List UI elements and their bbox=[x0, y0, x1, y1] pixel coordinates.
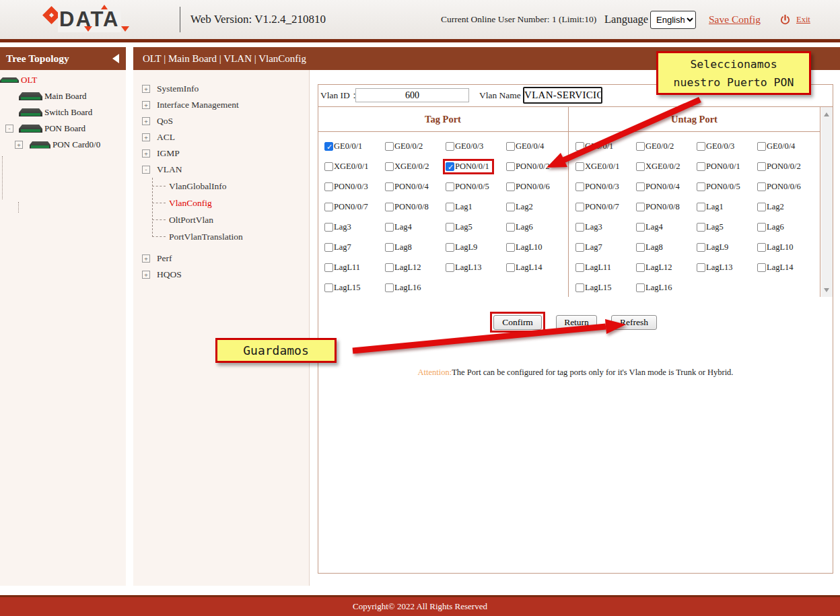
tag-checkbox-lagl10[interactable] bbox=[506, 243, 515, 252]
scroll-up-icon[interactable] bbox=[821, 108, 833, 119]
untag-checkbox-lag1[interactable] bbox=[697, 203, 705, 211]
untag-checkbox-pon0-0-6[interactable] bbox=[757, 182, 766, 191]
nav-subitem-portvlantranslation[interactable]: PortVlanTranslation bbox=[133, 228, 309, 245]
scroll-down-icon[interactable] bbox=[821, 285, 833, 296]
nav-item-qos[interactable]: +QoS bbox=[133, 113, 309, 129]
vlan-id-input[interactable] bbox=[355, 88, 469, 102]
untag-checkbox-lagl15[interactable] bbox=[575, 283, 584, 292]
tree-item-pon-board[interactable]: -PON Board bbox=[0, 121, 126, 137]
tag-checkbox-pon0-0-1[interactable] bbox=[446, 162, 454, 171]
tree-item-switch-board[interactable]: Switch Board bbox=[0, 104, 126, 121]
tag-checkbox-lag8[interactable] bbox=[385, 243, 394, 252]
nav-item-acl[interactable]: +ACL bbox=[133, 129, 309, 145]
expand-icon[interactable]: + bbox=[142, 149, 150, 158]
untag-checkbox-ge0-0-1[interactable] bbox=[575, 142, 584, 151]
exit-link[interactable]: Exit bbox=[796, 0, 810, 39]
nav-item-systeminfo[interactable]: +SystemInfo bbox=[133, 81, 309, 97]
tag-checkbox-pon0-0-2[interactable] bbox=[506, 162, 515, 171]
tree-item-main-board[interactable]: Main Board bbox=[0, 88, 126, 104]
language-select[interactable]: English bbox=[650, 11, 696, 29]
tag-checkbox-xge0-0-2[interactable] bbox=[385, 162, 394, 171]
tag-checkbox-ge0-0-3[interactable] bbox=[446, 142, 454, 151]
expand-icon[interactable]: + bbox=[15, 141, 23, 149]
nav-item-hqos[interactable]: +HQOS bbox=[133, 267, 309, 283]
expand-icon[interactable]: + bbox=[142, 101, 150, 109]
tag-checkbox-pon0-0-7[interactable] bbox=[324, 203, 333, 211]
tag-checkbox-lag5[interactable] bbox=[446, 223, 454, 232]
untag-checkbox-lag3[interactable] bbox=[575, 223, 584, 232]
expand-icon[interactable]: + bbox=[142, 85, 150, 93]
untag-checkbox-lagl16[interactable] bbox=[636, 283, 645, 292]
untag-checkbox-pon0-0-2[interactable] bbox=[757, 162, 766, 171]
untag-checkbox-xge0-0-2[interactable] bbox=[636, 162, 645, 171]
untag-checkbox-pon0-0-4[interactable] bbox=[636, 182, 645, 191]
untag-checkbox-lag4[interactable] bbox=[636, 223, 645, 232]
untag-checkbox-lagl10[interactable] bbox=[757, 243, 766, 252]
tag-checkbox-pon0-0-6[interactable] bbox=[506, 182, 515, 191]
tag-checkbox-ge0-0-1[interactable] bbox=[324, 142, 333, 151]
tag-checkbox-lag7[interactable] bbox=[324, 243, 333, 252]
tag-checkbox-xge0-0-1[interactable] bbox=[324, 162, 333, 171]
untag-checkbox-lagl14[interactable] bbox=[757, 263, 766, 272]
untag-checkbox-lagl9[interactable] bbox=[697, 243, 705, 252]
untag-checkbox-pon0-0-3[interactable] bbox=[575, 182, 584, 191]
collapse-icon[interactable]: - bbox=[142, 166, 150, 174]
sidebar-collapse-icon[interactable] bbox=[112, 54, 119, 63]
tag-checkbox-ge0-0-4[interactable] bbox=[506, 142, 515, 151]
refresh-button[interactable]: Refresh bbox=[611, 315, 657, 330]
tag-checkbox-lagl16[interactable] bbox=[385, 283, 394, 292]
port-table-scrollbar[interactable] bbox=[821, 107, 833, 297]
tag-checkbox-ge0-0-2[interactable] bbox=[385, 142, 394, 151]
tag-checkbox-lag2[interactable] bbox=[506, 203, 515, 211]
nav-subitem-vlanconfig[interactable]: VlanConfig bbox=[133, 195, 309, 211]
collapse-icon[interactable]: - bbox=[5, 125, 13, 133]
tag-checkbox-lag6[interactable] bbox=[506, 223, 515, 232]
nav-subitem-oltportvlan[interactable]: OltPortVlan bbox=[133, 211, 309, 228]
tree-item-olt[interactable]: OLT bbox=[0, 72, 126, 88]
expand-icon[interactable]: + bbox=[142, 254, 150, 263]
tag-checkbox-lag1[interactable] bbox=[446, 203, 454, 211]
expand-icon[interactable]: + bbox=[142, 133, 150, 141]
tag-checkbox-lagl12[interactable] bbox=[385, 263, 394, 272]
tree-item-pon-card0-0[interactable]: +PON Card0/0 bbox=[0, 137, 126, 153]
tag-checkbox-lag3[interactable] bbox=[324, 223, 333, 232]
untag-checkbox-lagl11[interactable] bbox=[575, 263, 584, 272]
expand-icon[interactable]: + bbox=[142, 271, 150, 279]
nav-item-vlan[interactable]: -VLAN bbox=[133, 162, 309, 178]
nav-item-interface-management[interactable]: +Interface Management bbox=[133, 97, 309, 113]
nav-item-perf[interactable]: +Perf bbox=[133, 250, 309, 267]
nav-subitem-vlanglobalinfo[interactable]: VlanGlobalInfo bbox=[133, 178, 309, 195]
save-config-link[interactable]: Save Config bbox=[709, 0, 761, 39]
untag-checkbox-ge0-0-2[interactable] bbox=[636, 142, 645, 151]
tag-checkbox-lagl9[interactable] bbox=[446, 243, 454, 252]
untag-checkbox-lag8[interactable] bbox=[636, 243, 645, 252]
tag-checkbox-pon0-0-4[interactable] bbox=[385, 182, 394, 191]
nav-item-igmp[interactable]: +IGMP bbox=[133, 145, 309, 162]
untag-checkbox-pon0-0-1[interactable] bbox=[697, 162, 705, 171]
untag-checkbox-ge0-0-4[interactable] bbox=[757, 142, 766, 151]
tag-checkbox-pon0-0-8[interactable] bbox=[385, 203, 394, 211]
power-icon[interactable] bbox=[779, 14, 791, 26]
tag-checkbox-pon0-0-5[interactable] bbox=[446, 182, 454, 191]
vlan-name-input[interactable] bbox=[523, 87, 602, 104]
tag-checkbox-pon0-0-3[interactable] bbox=[324, 182, 333, 191]
untag-checkbox-ge0-0-3[interactable] bbox=[697, 142, 705, 151]
untag-checkbox-lagl12[interactable] bbox=[636, 263, 645, 272]
untag-checkbox-pon0-0-7[interactable] bbox=[575, 203, 584, 211]
untag-checkbox-lag6[interactable] bbox=[757, 223, 766, 232]
untag-checkbox-pon0-0-5[interactable] bbox=[697, 182, 705, 191]
untag-checkbox-lagl13[interactable] bbox=[697, 263, 705, 272]
tag-checkbox-lagl11[interactable] bbox=[324, 263, 333, 272]
untag-checkbox-xge0-0-1[interactable] bbox=[575, 162, 584, 171]
return-button[interactable]: Return bbox=[556, 315, 597, 330]
expand-icon[interactable]: + bbox=[142, 117, 150, 125]
untag-checkbox-pon0-0-8[interactable] bbox=[636, 203, 645, 211]
untag-checkbox-lag5[interactable] bbox=[697, 223, 705, 232]
confirm-button[interactable]: Confirm bbox=[493, 315, 542, 330]
tag-checkbox-lagl15[interactable] bbox=[324, 283, 333, 292]
tag-checkbox-lagl14[interactable] bbox=[506, 263, 515, 272]
untag-checkbox-lag2[interactable] bbox=[757, 203, 766, 211]
tag-checkbox-lag4[interactable] bbox=[385, 223, 394, 232]
tag-checkbox-lagl13[interactable] bbox=[446, 263, 454, 272]
untag-checkbox-lag7[interactable] bbox=[575, 243, 584, 252]
